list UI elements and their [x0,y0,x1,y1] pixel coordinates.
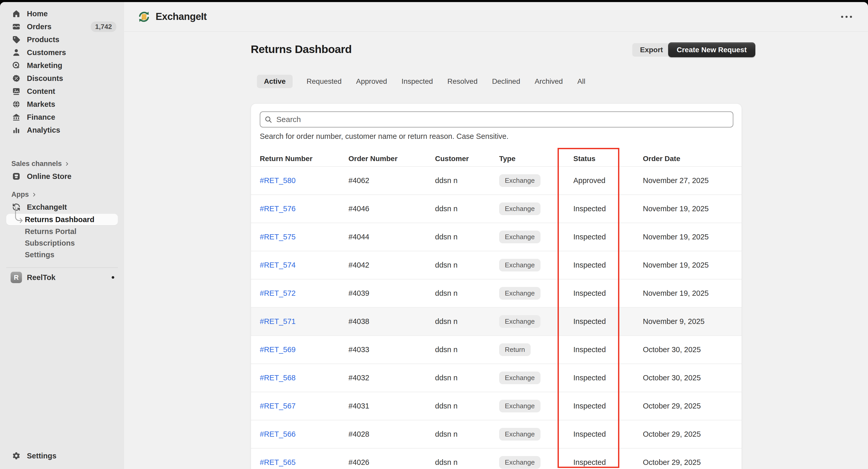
order-date-cell: October 29, 2025 [643,402,733,410]
tab-requested[interactable]: Requested [306,77,342,86]
column-header-order-number: Order Number [348,155,435,163]
tab-archived[interactable]: Archived [534,77,563,86]
content-icon [12,87,21,96]
app-window: Home Orders 1,742 Products Customers Mar… [0,0,868,469]
sidebar-item-products[interactable]: Products [0,33,124,46]
products-icon [12,35,21,44]
tab-declined[interactable]: Declined [492,77,521,86]
apps-section-label[interactable]: Apps [11,191,124,198]
return-number-link[interactable]: #RET_569 [260,345,296,354]
order-date-cell: November 19, 2025 [643,261,733,270]
sidebar-item-finance[interactable]: Finance [0,111,124,124]
order-date-cell: November 9, 2025 [643,317,733,326]
search-field[interactable] [260,112,733,127]
table-row--ret-575[interactable]: #RET_575 #4044 ddsn n Exchange Inspected… [251,223,742,251]
app-title: ExchangeIt [156,11,207,22]
type-badge: Exchange [499,230,540,243]
column-header-status: Status [573,155,643,163]
chevron-right-icon [32,192,37,197]
type-badge: Exchange [499,259,540,272]
table-row--ret-568[interactable]: #RET_568 #4032 ddsn n Exchange Inspected… [251,364,742,392]
create-new-request-button[interactable]: Create New Request [668,42,755,57]
page-content: Returns Dashboard Export Create New Requ… [124,32,868,469]
tab-all[interactable]: All [577,77,586,86]
table-row--ret-566[interactable]: #RET_566 #4028 ddsn n Exchange Inspected… [251,420,742,448]
column-header-type: Type [499,155,573,163]
main-area: ExchangeIt Returns Dashboard Export Crea… [124,2,868,469]
sales-channels-section-label[interactable]: Sales channels [11,160,124,168]
sidebar-subitem-returns-portal[interactable]: Returns Portal [0,226,124,237]
type-badge: Exchange [499,428,540,441]
export-button[interactable]: Export [632,43,671,57]
return-number-link[interactable]: #RET_566 [260,430,296,438]
more-options-button[interactable] [837,12,856,22]
gear-icon [12,451,21,460]
order-number-cell: #4062 [348,176,435,185]
return-number-link[interactable]: #RET_571 [260,317,296,325]
order-number-cell: #4044 [348,233,435,241]
table-row--ret-567[interactable]: #RET_567 #4031 ddsn n Exchange Inspected… [251,392,742,420]
sidebar-item-markets[interactable]: Markets [0,98,124,111]
table-row--ret-571[interactable]: #RET_571 #4038 ddsn n Exchange Inspected… [251,307,742,335]
tab-inspected[interactable]: Inspected [401,77,433,86]
sidebar-item-discounts[interactable]: Discounts [0,72,124,85]
column-header-return-number: Return Number [260,155,348,163]
return-number-link[interactable]: #RET_568 [260,374,296,382]
sidebar-item-settings[interactable]: Settings [0,449,124,462]
search-helper-text: Search for order number, customer name o… [260,132,508,140]
status-cell: Approved [573,176,643,185]
return-number-link[interactable]: #RET_565 [260,458,296,466]
app-header: ExchangeIt [124,2,868,32]
tab-resolved[interactable]: Resolved [447,77,478,86]
return-number-link[interactable]: #RET_567 [260,402,296,410]
status-cell: Inspected [573,458,643,467]
tab-approved[interactable]: Approved [355,77,388,86]
reeltok-icon: R [12,273,21,282]
table-row--ret-576[interactable]: #RET_576 #4046 ddsn n Exchange Inspected… [251,194,742,223]
sidebar-item-content[interactable]: Content [0,85,124,98]
sidebar-subitem-returns-dashboard-active[interactable]: Returns Dashboard [6,214,118,225]
search-input[interactable] [276,115,733,124]
sidebar-item-home[interactable]: Home [0,7,124,20]
store-icon [12,172,21,181]
sidebar-subitem-subscriptions[interactable]: Subscriptions [0,237,124,249]
sidebar-item-orders[interactable]: Orders 1,742 [0,20,124,33]
order-number-cell: #4039 [348,289,435,298]
return-number-link[interactable]: #RET_580 [260,176,296,185]
status-filter-tabs: ActiveRequestedApprovedInspectedResolved… [257,75,586,88]
tab-active[interactable]: Active [257,75,292,88]
order-date-cell: November 27, 2025 [643,176,733,185]
return-number-link[interactable]: #RET_575 [260,233,296,241]
type-badge: Exchange [499,202,540,215]
sidebar-item-analytics[interactable]: Analytics [0,124,124,136]
sidebar-subitem-settings[interactable]: Settings [0,249,124,261]
sidebar-item-online-store[interactable]: Online Store [0,170,124,183]
ellipsis-icon [841,16,843,18]
status-cell: Inspected [573,402,643,410]
sidebar-item-customers[interactable]: Customers [0,46,124,59]
order-date-cell: October 30, 2025 [643,374,733,382]
order-number-cell: #4031 [348,402,435,410]
table-row--ret-569[interactable]: #RET_569 #4033 ddsn n Return Inspected O… [251,335,742,364]
sidebar-item-reeltok[interactable]: R ReelTok [0,271,124,284]
table-body: #RET_580 #4062 ddsn n Exchange Approved … [251,166,742,469]
return-number-link[interactable]: #RET_572 [260,289,296,297]
table-row--ret-565[interactable]: #RET_565 #4026 ddsn n Exchange Inspected… [251,448,742,469]
customer-cell: ddsn n [435,261,499,270]
sidebar-item-marketing[interactable]: Marketing [0,59,124,72]
customer-cell: ddsn n [435,289,499,298]
sidebar-bottom: Settings [0,449,124,462]
table-row--ret-580[interactable]: #RET_580 #4062 ddsn n Exchange Approved … [251,166,742,194]
order-number-cell: #4032 [348,374,435,382]
return-number-link[interactable]: #RET_574 [260,261,296,269]
type-badge: Exchange [499,456,540,469]
finance-icon [12,113,21,122]
table-row--ret-572[interactable]: #RET_572 #4039 ddsn n Exchange Inspected… [251,279,742,307]
customer-cell: ddsn n [435,205,499,213]
status-cell: Inspected [573,317,643,326]
home-icon [12,9,21,18]
column-header-customer: Customer [435,155,499,163]
return-number-link[interactable]: #RET_576 [260,205,296,213]
table-row--ret-574[interactable]: #RET_574 #4042 ddsn n Exchange Inspected… [251,251,742,279]
column-header-order-date: Order Date [643,155,733,163]
